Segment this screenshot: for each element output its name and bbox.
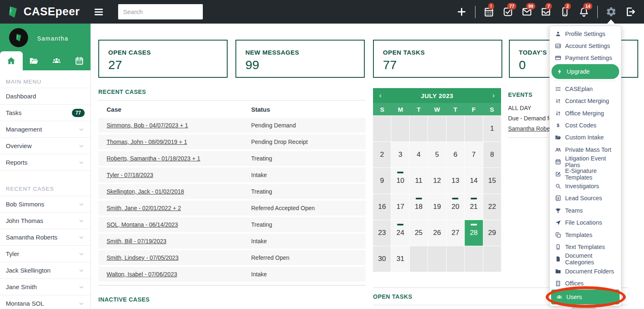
tasks-button[interactable]: 77 [502,6,513,17]
top-bar: CASEpeer !77997214 [0,0,644,24]
menu-item-payment-settings[interactable]: Payment Settings [550,52,621,64]
calendar-day-cell[interactable]: 5 [428,142,446,168]
calendar-day-cell[interactable]: 3 [391,142,409,168]
calendar-day-cell[interactable]: 4 [410,142,428,168]
calendar-day-cell[interactable]: 11 [410,168,428,194]
settings-button[interactable] [606,6,617,17]
menu-item-templates[interactable]: Templates [550,229,621,241]
calendar-day-cell[interactable]: 7 [465,142,482,168]
case-link[interactable]: Smith, Bill - 07/19/2023 [107,238,166,244]
notifications-button[interactable]: 14 [578,6,589,17]
calendar-next-button[interactable]: › [486,88,501,103]
menu-item-upgrade[interactable]: Upgrade [551,64,619,79]
calendar-day-cell[interactable]: 12 [428,168,446,194]
inbox-button[interactable]: 7 [540,6,551,17]
sidebar-item-reports[interactable]: Reports [0,154,90,170]
logout-button[interactable] [625,6,636,17]
app-logo[interactable]: CASEpeer [0,5,88,19]
sidebar-item-samantha-roberts[interactable]: Samantha Roberts [0,229,90,245]
menu-item-lead-sources[interactable]: Lead Sources [550,192,621,204]
calendar-day-cell[interactable]: 19 [428,194,446,220]
menu-item-custom-intake[interactable]: Custom Intake [550,132,621,144]
calendar-day-cell[interactable]: 13 [447,168,464,194]
sidebar-item-jane-smith[interactable]: Jane Smith [0,278,90,295]
messages-button[interactable]: 99 [521,6,532,17]
calendar-day-cell[interactable]: 23 [373,220,391,246]
calendar-day-cell[interactable]: 28 [465,220,482,246]
menu-item-litigation-event-plans[interactable]: Litigation Event Plans [550,156,621,168]
menu-item-cost-codes[interactable]: $Cost Codes [550,119,621,131]
calendar-day-cell[interactable]: 18 [410,194,428,220]
calendar-prev-button[interactable]: ‹ [373,88,388,103]
calendar-day-cell[interactable]: 15 [483,168,501,194]
menu-item-contact-merging[interactable]: Contact Merging [550,95,621,107]
sidebar-tab-cases[interactable] [23,51,45,70]
user-name: Samantha [37,35,69,42]
case-link[interactable]: Simmons, Bob - 04/07/2023 + 1 [107,122,188,129]
menu-item-investigators[interactable]: Investigators [550,180,621,192]
menu-item-file-locations[interactable]: File Locations [550,216,621,228]
sidebar-tab-home[interactable] [0,51,23,70]
menu-item-caseplan[interactable]: CASEplan [550,83,621,95]
calendar-day-cell[interactable]: 29 [483,220,501,246]
menu-item-document-folders[interactable]: Document Folders [550,265,621,277]
menu-item-private-mass-tort[interactable]: Private Mass Tort [550,144,621,156]
calendar-day-cell[interactable]: 17 [391,194,409,220]
menu-item-e-signature-templates[interactable]: E-Signature Templates [550,168,621,180]
sidebar-item-label: Reports [6,159,78,166]
menu-item-offices[interactable]: Offices [550,277,621,289]
case-link[interactable]: Tyler - 07/18/2023 [107,172,153,178]
menu-item-profile-settings[interactable]: Profile Settings [550,28,621,40]
avatar[interactable] [9,28,28,47]
sidebar-item-dashboard[interactable]: Dashboard [0,88,90,104]
case-link[interactable]: Skellington, Jack - 01/02/2018 [107,188,184,195]
sidebar-item-tasks[interactable]: Tasks77 [0,104,90,121]
menu-item-account-settings[interactable]: Account Settings [550,40,621,52]
menu-item-teams[interactable]: Teams [550,204,621,216]
calendar-day-cell[interactable]: 8 [483,142,501,168]
calendar-day-cell[interactable]: 25 [410,220,428,246]
case-link[interactable]: SOL, Montana - 06/14/2023 [107,221,178,228]
calendar-day-cell[interactable]: 14 [465,168,482,194]
sidebar-item-label: John Thomas [6,217,78,224]
calendar-day-cell[interactable]: 2 [373,142,391,168]
calendar-day-cell[interactable]: 20 [447,194,464,220]
sidebar-item-overview[interactable]: Overview [0,137,90,154]
sidebar-item-tyler[interactable]: Tyler [0,245,90,262]
calendar-day-cell[interactable]: 26 [428,220,446,246]
calendar-day-cell[interactable]: 9 [373,168,391,194]
sidebar-tab-contacts[interactable] [45,51,68,70]
calendar-day-cell[interactable]: 21 [465,194,482,220]
daily-docket-button[interactable]: ! [483,6,494,17]
calendar-day-cell[interactable]: 16 [373,194,391,220]
calendar-day-cell[interactable]: 10 [391,168,409,194]
case-cell: Smith, Jane - 02/01/2022 + 2 [98,205,251,211]
sidebar-item-bob-simmons[interactable]: Bob Simmons [0,196,90,212]
calendar-day-cell[interactable]: 6 [447,142,464,168]
search-input[interactable] [118,8,210,15]
case-link[interactable]: Smith, Lindsey - 07/05/2023 [107,254,178,261]
calendar-day-cell[interactable]: 27 [447,220,464,246]
calendar-day-cell[interactable]: 22 [483,194,501,220]
case-link[interactable]: Walton, Isabel - 07/06/2023 [107,271,177,278]
calendar-day-cell[interactable]: 30 [373,246,391,272]
sidebar-item-montana-sol[interactable]: Montana SOL [0,295,90,309]
case-link[interactable]: Thomas, John - 08/09/2019 + 1 [107,139,187,145]
menu-item-users[interactable]: Users [551,290,620,304]
sidebar-item-john-thomas[interactable]: John Thomas [0,212,90,229]
menu-toggle-icon[interactable] [93,7,104,17]
add-new-button[interactable] [456,6,467,17]
sidebar-item-jack-skellington[interactable]: Jack Skellington [0,262,90,278]
menu-item-office-merging[interactable]: Office Merging [550,107,621,119]
case-link[interactable]: Roberts, Samantha - 01/18/2023 + 1 [107,155,200,162]
calendar-day-cell[interactable]: 1 [483,116,501,141]
sidebar-item-management[interactable]: Management [0,121,90,137]
menu-item-document-categories[interactable]: Document Categories [550,253,621,265]
menu-item-text-templates[interactable]: Text Templates [550,241,621,253]
calendar-day-cell[interactable]: 24 [391,220,409,246]
text-messages-button[interactable]: 2 [559,6,570,17]
calendar-day-cell[interactable]: 31 [391,246,409,272]
sidebar-tab-calendar[interactable] [68,51,90,70]
case-link[interactable]: Smith, Jane - 02/01/2022 + 2 [107,205,181,211]
event-case-link[interactable]: Samantha Robert [508,125,554,132]
